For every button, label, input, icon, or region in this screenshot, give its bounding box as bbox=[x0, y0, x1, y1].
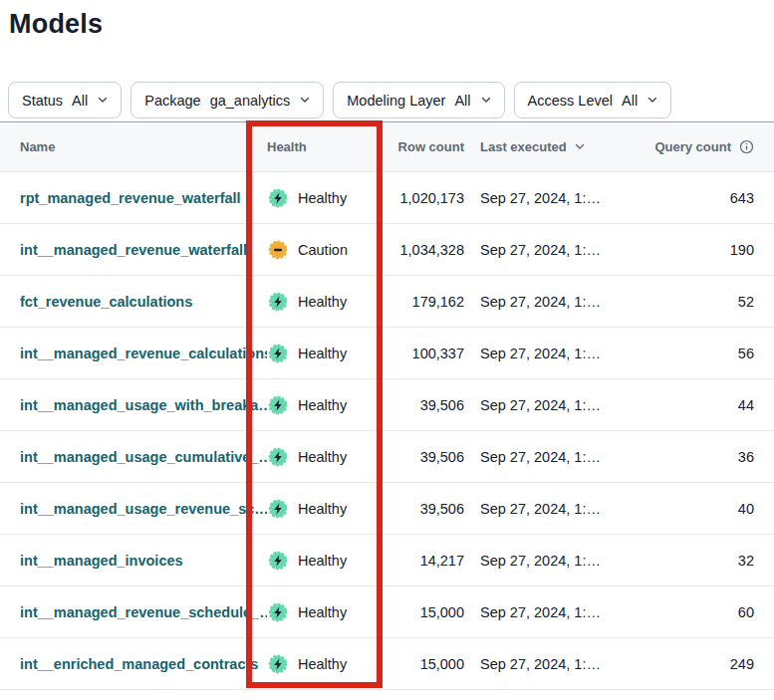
model-name-cell: int__managed_revenue_schedule_… bbox=[20, 604, 267, 620]
table-row: rpt_managed_revenue_waterfall Healthy 1,… bbox=[0, 172, 774, 224]
query-count-cell: 643 bbox=[653, 190, 754, 206]
column-header-row-count[interactable]: Row count bbox=[381, 139, 464, 154]
column-header-last-executed[interactable]: Last executed bbox=[464, 139, 653, 154]
last-executed-cell: Sep 27, 2024, 1:… bbox=[464, 242, 653, 258]
health-cell: Healthy bbox=[267, 187, 381, 209]
health-status-label: Healthy bbox=[298, 190, 347, 206]
model-name-link[interactable]: int__managed_usage_revenue_sc… bbox=[20, 501, 267, 517]
health-status-icon bbox=[267, 550, 289, 572]
last-executed-cell: Sep 27, 2024, 1:… bbox=[464, 346, 653, 361]
filter-access-level[interactable]: Access Level All bbox=[514, 82, 672, 118]
health-cell: Healthy bbox=[267, 446, 381, 468]
health-status-label: Caution bbox=[298, 242, 348, 258]
filter-package-label: Package bbox=[144, 93, 200, 109]
model-name-cell: int__enriched_managed_contracts bbox=[20, 656, 267, 672]
row-count-cell: 39,506 bbox=[381, 501, 464, 517]
table-row: int__managed_revenue_schedule_… Healthy … bbox=[0, 586, 774, 638]
column-header-last-executed-label: Last executed bbox=[480, 139, 567, 154]
chevron-down-icon bbox=[300, 97, 310, 104]
column-header-name[interactable]: Name bbox=[20, 139, 267, 154]
chevron-down-icon bbox=[647, 97, 657, 104]
last-executed-cell: Sep 27, 2024, 1:… bbox=[464, 449, 653, 465]
info-icon[interactable] bbox=[739, 139, 754, 154]
row-count-cell: 179,162 bbox=[381, 294, 464, 310]
filter-status-label: Status bbox=[22, 93, 63, 109]
page-title: Models bbox=[9, 9, 774, 40]
filter-bar: Status All Package ga_analytics Modeling… bbox=[8, 82, 774, 118]
chevron-down-icon bbox=[481, 97, 491, 104]
filter-modeling-layer[interactable]: Modeling Layer All bbox=[333, 82, 504, 118]
health-status-icon bbox=[267, 291, 289, 313]
health-status-icon bbox=[267, 343, 289, 364]
last-executed-cell: Sep 27, 2024, 1:… bbox=[464, 553, 653, 569]
model-name-link[interactable]: int__managed_revenue_calculations bbox=[20, 346, 267, 361]
filter-status[interactable]: Status All bbox=[8, 82, 122, 118]
table-body: rpt_managed_revenue_waterfall Healthy 1,… bbox=[0, 172, 774, 690]
query-count-cell: 190 bbox=[653, 242, 754, 258]
sort-chevron-icon bbox=[575, 143, 585, 150]
last-executed-cell: Sep 27, 2024, 1:… bbox=[464, 656, 653, 672]
health-status-icon bbox=[267, 498, 289, 520]
table-row: int__managed_revenue_waterfall Caution 1… bbox=[0, 224, 774, 276]
model-name-link[interactable]: fct_revenue_calculations bbox=[20, 294, 192, 310]
query-count-cell: 249 bbox=[653, 656, 754, 672]
model-name-link[interactable]: int__managed_revenue_waterfall bbox=[20, 242, 247, 258]
table-row: int__managed_usage_cumulative_… Healthy … bbox=[0, 431, 774, 483]
row-count-cell: 15,000 bbox=[381, 656, 464, 672]
row-count-cell: 15,000 bbox=[381, 604, 464, 620]
query-count-cell: 36 bbox=[653, 449, 754, 465]
health-status-label: Healthy bbox=[298, 501, 347, 517]
health-status-label: Healthy bbox=[298, 346, 347, 361]
query-count-cell: 44 bbox=[653, 397, 754, 413]
model-name-link[interactable]: int__managed_usage_with_breaka… bbox=[20, 397, 267, 413]
row-count-cell: 100,337 bbox=[381, 346, 464, 361]
health-status-icon bbox=[267, 653, 289, 675]
query-count-cell: 40 bbox=[653, 501, 754, 517]
filter-package-value: ga_analytics bbox=[210, 93, 291, 109]
filter-access-level-label: Access Level bbox=[528, 93, 613, 109]
filter-modeling-layer-label: Modeling Layer bbox=[347, 93, 445, 109]
health-cell: Healthy bbox=[267, 498, 381, 520]
filter-package[interactable]: Package ga_analytics bbox=[130, 82, 324, 118]
filter-access-level-value: All bbox=[622, 93, 638, 109]
health-cell: Healthy bbox=[267, 653, 381, 675]
model-name-link[interactable]: int__enriched_managed_contracts bbox=[20, 656, 258, 672]
health-cell: Caution bbox=[267, 239, 381, 261]
table-header-row: Name Health Row count Last executed Quer… bbox=[0, 122, 774, 172]
health-status-label: Healthy bbox=[298, 656, 347, 672]
column-header-query-count[interactable]: Query count bbox=[653, 139, 754, 154]
row-count-cell: 14,217 bbox=[381, 553, 464, 569]
table-row: int__managed_revenue_calculations Health… bbox=[0, 328, 774, 379]
health-cell: Healthy bbox=[267, 394, 381, 416]
last-executed-cell: Sep 27, 2024, 1:… bbox=[464, 397, 653, 413]
health-cell: Healthy bbox=[267, 601, 381, 623]
model-name-link[interactable]: int__managed_invoices bbox=[20, 553, 183, 569]
health-status-label: Healthy bbox=[298, 449, 347, 465]
model-name-cell: int__managed_revenue_calculations bbox=[20, 346, 267, 361]
model-name-cell: int__managed_usage_revenue_sc… bbox=[20, 501, 267, 517]
row-count-cell: 1,034,328 bbox=[381, 242, 464, 258]
query-count-cell: 56 bbox=[653, 346, 754, 361]
health-status-icon bbox=[267, 394, 289, 416]
health-status-icon bbox=[267, 187, 289, 209]
row-count-cell: 39,506 bbox=[381, 397, 464, 413]
chevron-down-icon bbox=[98, 97, 108, 104]
row-count-cell: 1,020,173 bbox=[381, 190, 464, 206]
last-executed-cell: Sep 27, 2024, 1:… bbox=[464, 501, 653, 517]
row-count-cell: 39,506 bbox=[381, 449, 464, 465]
model-name-link[interactable]: int__managed_revenue_schedule_… bbox=[20, 604, 267, 620]
column-header-query-count-label: Query count bbox=[654, 139, 731, 154]
filter-status-value: All bbox=[72, 93, 88, 109]
table-row: int__managed_usage_revenue_sc… Healthy 3… bbox=[0, 483, 774, 535]
health-status-label: Healthy bbox=[298, 294, 347, 310]
model-name-link[interactable]: int__managed_usage_cumulative_… bbox=[20, 449, 267, 465]
table-row: int__managed_invoices Healthy 14,217 Sep… bbox=[0, 535, 774, 586]
health-status-icon bbox=[267, 239, 289, 261]
column-header-health[interactable]: Health bbox=[267, 139, 381, 154]
models-table: Name Health Row count Last executed Quer… bbox=[0, 121, 774, 690]
health-status-icon bbox=[267, 446, 289, 468]
last-executed-cell: Sep 27, 2024, 1:… bbox=[464, 190, 653, 206]
model-name-cell: int__managed_invoices bbox=[20, 553, 267, 569]
health-cell: Healthy bbox=[267, 343, 381, 364]
model-name-link[interactable]: rpt_managed_revenue_waterfall bbox=[20, 190, 241, 206]
